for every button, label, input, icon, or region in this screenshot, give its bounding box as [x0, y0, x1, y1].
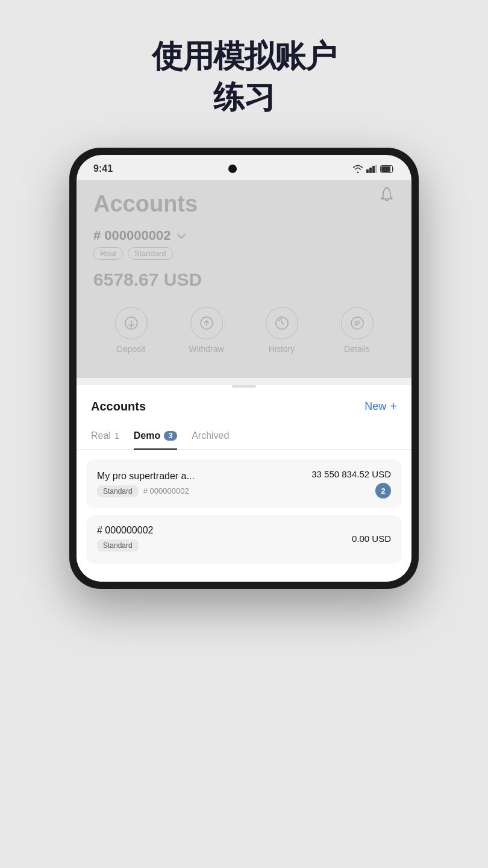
account-item-balance: 33 550 834.52 USD — [311, 469, 391, 479]
account-item-name: # 000000002 — [97, 525, 352, 536]
battery-icon — [380, 165, 395, 173]
account-item-tag: Standard — [97, 485, 139, 497]
account-item-tags: Standard — [97, 539, 352, 552]
account-item-name: My pro supertrader a... — [97, 471, 311, 482]
wifi-icon — [352, 165, 363, 173]
deposit-label: Deposit — [117, 344, 145, 354]
action-buttons: Deposit Withdraw — [93, 307, 395, 354]
account-item-badge: 2 — [375, 483, 391, 498]
plus-icon: + — [390, 400, 397, 414]
details-button[interactable]: Details — [319, 307, 395, 354]
new-button-label: New — [364, 400, 386, 413]
tab-real-count: 1 — [114, 431, 119, 441]
new-button[interactable]: New + — [364, 400, 397, 414]
drag-handle — [232, 385, 256, 388]
status-time: 9:41 — [93, 163, 113, 174]
sheet-title: Accounts — [91, 400, 146, 414]
status-bar: 9:41 — [77, 155, 411, 180]
tab-demo[interactable]: Demo 3 — [134, 423, 177, 450]
status-icons — [352, 165, 395, 173]
withdraw-button[interactable]: Withdraw — [169, 307, 244, 354]
account-item-left: My pro supertrader a... Standard # 00000… — [97, 471, 311, 497]
tab-demo-label: Demo — [134, 430, 160, 441]
account-balance: 6578.67 USD — [93, 269, 395, 290]
tabs-row: Real 1 Demo 3 Archived — [77, 423, 411, 450]
tab-real[interactable]: Real 1 — [91, 423, 119, 450]
signal-icon — [366, 165, 377, 173]
svg-rect-0 — [366, 169, 369, 173]
chevron-down-icon — [177, 230, 186, 242]
history-label: History — [269, 344, 295, 354]
details-icon — [341, 307, 374, 339]
account-item-number: # 000000002 — [143, 486, 189, 495]
account-list-item[interactable]: # 000000002 Standard 0.00 USD — [86, 515, 402, 564]
sheet-header: Accounts New + — [77, 400, 411, 423]
account-card-title: Accounts — [93, 180, 395, 217]
svg-rect-1 — [369, 168, 372, 173]
deposit-icon — [115, 307, 148, 339]
account-item-right: 33 550 834.52 USD 2 — [311, 469, 391, 498]
details-label: Details — [344, 344, 370, 354]
svg-rect-2 — [372, 166, 375, 173]
tab-real-label: Real — [91, 430, 111, 441]
history-button[interactable]: History — [244, 307, 319, 354]
phone-mockup: 9:41 — [69, 148, 419, 589]
account-tags: Real Standard — [93, 247, 395, 260]
account-item-right: 0.00 USD — [352, 533, 391, 544]
tag-real: Real — [93, 247, 123, 260]
bell-icon[interactable] — [379, 186, 395, 207]
withdraw-label: Withdraw — [189, 344, 224, 354]
tab-demo-badge: 3 — [164, 431, 177, 441]
account-list-item[interactable]: My pro supertrader a... Standard # 00000… — [86, 459, 402, 508]
svg-rect-5 — [381, 166, 390, 172]
account-selector[interactable]: # 000000002 — [93, 228, 395, 244]
svg-rect-3 — [375, 165, 377, 173]
history-icon — [266, 307, 298, 339]
tab-archived[interactable]: Archived — [192, 423, 229, 450]
account-item-tags: Standard # 000000002 — [97, 485, 311, 497]
camera-dot — [228, 165, 237, 173]
account-item-tag: Standard — [97, 539, 139, 552]
account-number-display: # 000000002 — [93, 228, 170, 244]
bottom-sheet: Accounts New + Real 1 Demo 3 Archived — [77, 385, 411, 582]
phone-screen: 9:41 — [77, 155, 411, 582]
tag-standard: Standard — [128, 247, 173, 260]
account-card-area: Accounts # 000000002 Real Standard 6578.… — [77, 180, 411, 378]
page-title: 使用模拟账户 练习 — [152, 36, 336, 118]
account-item-left: # 000000002 Standard — [97, 525, 352, 552]
withdraw-icon — [190, 307, 223, 339]
tab-archived-label: Archived — [192, 430, 229, 441]
accounts-list: My pro supertrader a... Standard # 00000… — [77, 450, 411, 582]
deposit-button[interactable]: Deposit — [93, 307, 169, 354]
account-item-balance: 0.00 USD — [352, 533, 391, 544]
